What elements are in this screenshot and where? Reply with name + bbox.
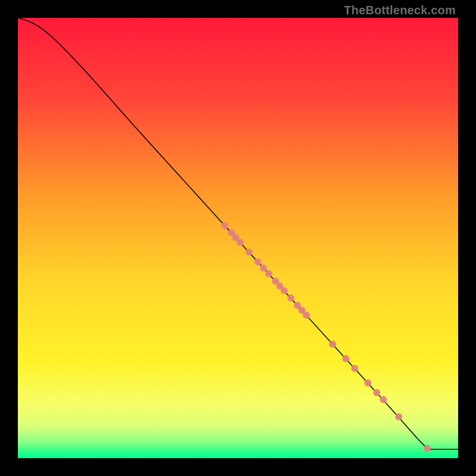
data-point bbox=[254, 258, 261, 265]
data-point bbox=[221, 222, 228, 229]
data-point bbox=[329, 340, 336, 347]
watermark-text: TheBottleneck.com bbox=[344, 4, 456, 17]
data-point bbox=[342, 355, 349, 362]
data-point bbox=[303, 312, 310, 319]
data-point bbox=[281, 287, 288, 295]
data-point bbox=[373, 389, 380, 396]
data-point bbox=[265, 270, 273, 277]
chart-frame: TheBottleneck.com bbox=[0, 0, 476, 476]
data-point bbox=[424, 445, 431, 452]
data-point bbox=[246, 249, 253, 256]
data-point bbox=[287, 295, 295, 302]
data-point bbox=[237, 239, 244, 246]
chart-plot bbox=[18, 18, 458, 458]
data-point bbox=[395, 413, 402, 420]
data-point bbox=[260, 264, 267, 271]
data-point bbox=[351, 365, 358, 372]
data-point bbox=[380, 396, 387, 403]
data-point bbox=[364, 379, 371, 386]
